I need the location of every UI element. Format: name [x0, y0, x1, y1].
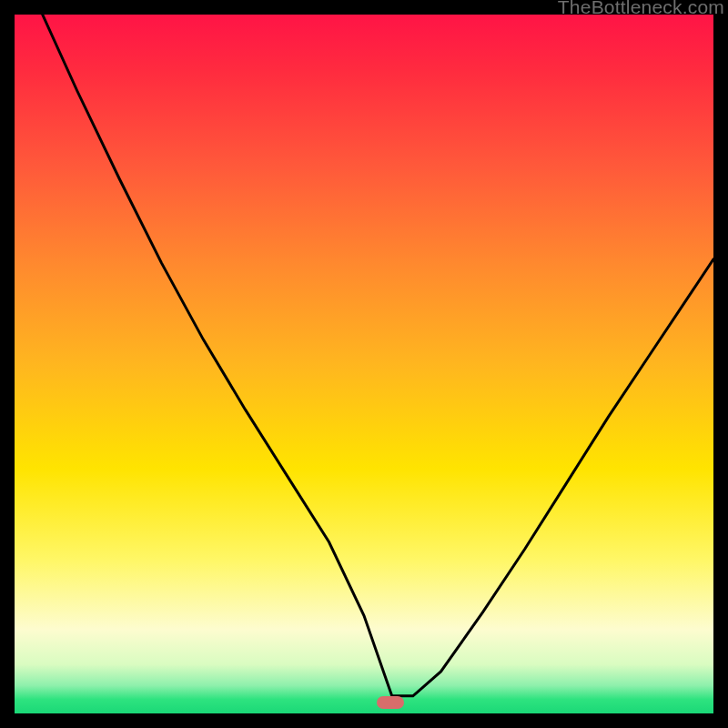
- optimum-marker: [377, 696, 404, 709]
- watermark-text: TheBottleneck.com: [558, 0, 724, 18]
- plot-frame: [15, 15, 713, 713]
- background-gradient: [15, 15, 713, 713]
